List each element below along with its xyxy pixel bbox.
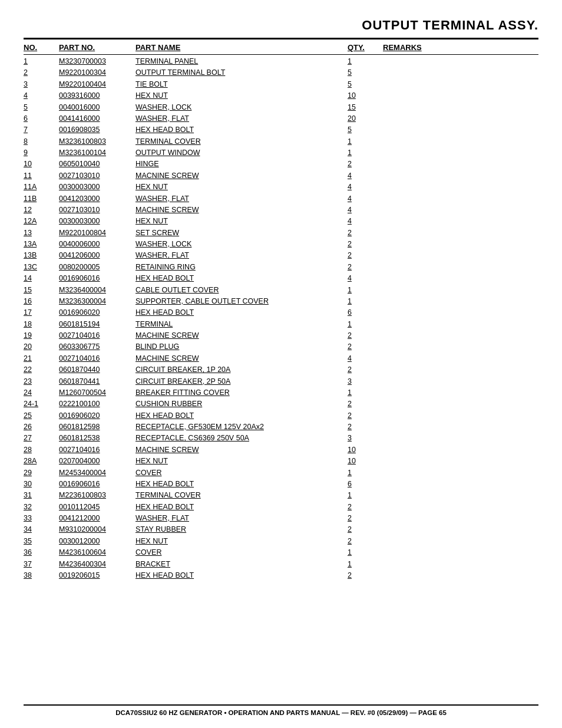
part-no-cell: 17 [24, 307, 59, 318]
part-qty-cell: 1 [348, 547, 383, 558]
table-row: 27 0601812538 RECEPTACLE, CS6369 250V 50… [24, 433, 538, 444]
part-no-cell: 10 [24, 159, 59, 170]
part-qty-cell: 4 [348, 273, 383, 284]
part-name-cell: TERMINAL [135, 319, 348, 330]
part-no-cell: 13B [24, 250, 59, 261]
table-row: 3 M9220100404 TIE BOLT 5 [24, 79, 538, 90]
table-row: 20 0603306775 BLIND PLUG 2 [24, 341, 538, 353]
part-number-cell: M9220100404 [59, 79, 135, 90]
part-qty-cell: 3 [348, 433, 383, 444]
part-number-cell: 0016906020 [59, 410, 135, 421]
part-no-cell: 23 [24, 376, 59, 387]
table-row: 10 0605010040 HINGE 2 [24, 159, 538, 170]
part-no-cell: 37 [24, 559, 59, 570]
table-row: 34 M9310200004 STAY RUBBER 2 [24, 524, 538, 535]
part-name-cell: HEX HEAD BOLT [135, 124, 348, 136]
part-number-cell: 0601870441 [59, 376, 135, 387]
part-number-cell: 0019206015 [59, 570, 135, 581]
part-number-cell: 0041203000 [59, 193, 135, 205]
table-row: 16 M3236300004 SUPPORTER, CABLE OUTLET C… [24, 296, 538, 307]
part-qty-cell: 10 [348, 456, 383, 467]
part-qty-cell: 2 [348, 398, 383, 410]
part-no-cell: 6 [24, 113, 59, 124]
part-name-cell: HEX HEAD BOLT [135, 273, 348, 284]
part-name-cell: MACHINE SCREW [135, 205, 348, 216]
part-number-cell: 0016908035 [59, 124, 135, 136]
part-qty-cell: 1 [348, 559, 383, 570]
part-name-cell: HEX HEAD BOLT [135, 479, 348, 490]
part-no-cell: 13C [24, 262, 59, 273]
table-row: 19 0027104016 MACHINE SCREW 2 [24, 330, 538, 341]
part-number-cell: 0222100100 [59, 398, 135, 410]
part-number-cell: 0207004000 [59, 456, 135, 467]
part-number-cell: 0016906016 [59, 479, 135, 490]
part-qty-cell: 3 [348, 376, 383, 387]
table-row: 18 0601815194 TERMINAL 1 [24, 319, 538, 330]
part-remarks-cell [383, 319, 501, 330]
part-remarks-cell [383, 170, 501, 182]
part-no-cell: 11A [24, 182, 59, 193]
part-name-cell: CIRCUIT BREAKER, 2P 50A [135, 376, 348, 387]
part-remarks-cell [383, 376, 501, 387]
part-no-cell: 12A [24, 216, 59, 227]
parts-table: 1 M3230700003 TERMINAL PANEL 1 2 M922010… [24, 56, 538, 581]
part-remarks-cell [383, 536, 501, 547]
part-qty-cell: 2 [348, 330, 383, 341]
part-number-cell: 0027104016 [59, 444, 135, 456]
part-name-cell: HEX NUT [135, 90, 348, 101]
part-no-cell: 31 [24, 490, 59, 501]
part-remarks-cell [383, 273, 501, 284]
header-part-no: PART NO. [59, 43, 135, 52]
part-qty-cell: 1 [348, 490, 383, 501]
table-row: 37 M4236400304 BRACKET 1 [24, 559, 538, 570]
table-row: 24-1 0222100100 CUSHION RUBBER 2 [24, 398, 538, 410]
table-row: 9 M3236100104 OUTPUT WINDOW 1 [24, 147, 538, 159]
column-headers: NO. PART NO. PART NAME QTY. REMARKS [24, 43, 538, 55]
part-number-cell: 0027104016 [59, 330, 135, 341]
part-no-cell: 24 [24, 387, 59, 398]
part-remarks-cell [383, 193, 501, 205]
part-no-cell: 32 [24, 502, 59, 513]
part-name-cell: HEX HEAD BOLT [135, 570, 348, 581]
part-no-cell: 33 [24, 513, 59, 524]
part-number-cell: 0041206000 [59, 250, 135, 261]
part-qty-cell: 4 [348, 216, 383, 227]
part-number-cell: M2236100803 [59, 490, 135, 501]
part-qty-cell: 2 [348, 239, 383, 250]
part-no-cell: 24-1 [24, 398, 59, 410]
table-row: 13A 0040006000 WASHER, LOCK 2 [24, 239, 538, 250]
part-no-cell: 4 [24, 90, 59, 101]
part-no-cell: 35 [24, 536, 59, 547]
part-qty-cell: 2 [348, 228, 383, 239]
part-no-cell: 9 [24, 147, 59, 159]
part-remarks-cell [383, 421, 501, 433]
part-remarks-cell [383, 433, 501, 444]
part-number-cell: M3236300004 [59, 296, 135, 307]
part-number-cell: 0039316000 [59, 90, 135, 101]
part-qty-cell: 2 [348, 364, 383, 375]
part-qty-cell: 1 [348, 56, 383, 67]
part-name-cell: WASHER, FLAT [135, 113, 348, 124]
part-qty-cell: 2 [348, 421, 383, 433]
part-remarks-cell [383, 547, 501, 558]
part-name-cell: WASHER, FLAT [135, 250, 348, 261]
table-row: 32 0010112045 HEX HEAD BOLT 2 [24, 502, 538, 513]
part-no-cell: 36 [24, 547, 59, 558]
part-name-cell: MACHINE SCREW [135, 330, 348, 341]
part-number-cell: 0030003000 [59, 182, 135, 193]
part-qty-cell: 5 [348, 124, 383, 136]
part-remarks-cell [383, 502, 501, 513]
part-qty-cell: 2 [348, 536, 383, 547]
part-qty-cell: 10 [348, 444, 383, 456]
part-name-cell: STAY RUBBER [135, 524, 348, 535]
table-row: 1 M3230700003 TERMINAL PANEL 1 [24, 56, 538, 67]
table-row: 26 0601812598 RECEPTACLE, GF530EM 125V 2… [24, 421, 538, 433]
part-no-cell: 25 [24, 410, 59, 421]
part-name-cell: WASHER, LOCK [135, 239, 348, 250]
part-no-cell: 34 [24, 524, 59, 535]
part-remarks-cell [383, 228, 501, 239]
part-name-cell: COVER [135, 467, 348, 479]
part-qty-cell: 4 [348, 193, 383, 205]
part-no-cell: 28 [24, 444, 59, 456]
part-number-cell: M1260700504 [59, 387, 135, 398]
